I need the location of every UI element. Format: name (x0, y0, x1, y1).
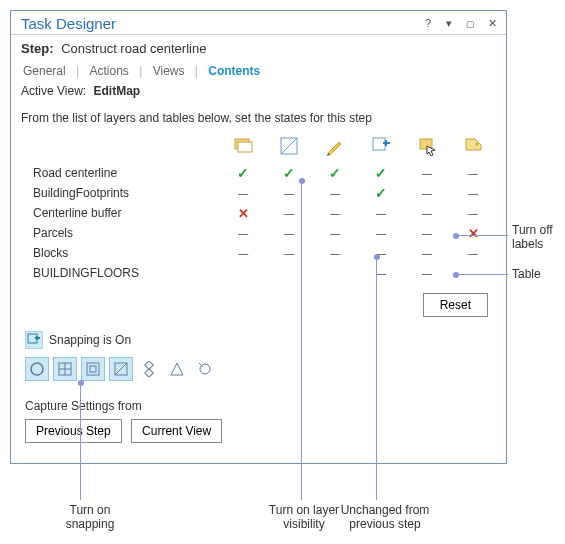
annot-unchanged: Unchanged fromprevious step (335, 503, 435, 532)
state-cell[interactable]: — (312, 183, 358, 203)
autohide-icon[interactable]: ▾ (441, 15, 457, 31)
current-view-button[interactable]: Current View (131, 419, 222, 443)
intersection-snap-icon[interactable] (53, 357, 77, 381)
state-cell[interactable]: ✓ (312, 163, 358, 183)
endpoint-snap-icon[interactable] (81, 357, 105, 381)
state-cell[interactable]: — (358, 203, 404, 223)
state-cell[interactable]: — (312, 243, 358, 263)
state-cell[interactable]: — (404, 183, 450, 203)
state-cell[interactable]: — (358, 263, 404, 283)
callout-dot (374, 254, 380, 260)
layer-name: Centerline buffer (29, 203, 220, 223)
tab-general[interactable]: General (21, 64, 68, 78)
previous-step-button[interactable]: Previous Step (25, 419, 122, 443)
state-cell[interactable]: — (266, 223, 312, 243)
labels-icon (463, 136, 483, 156)
layer-name: BuildingFootprints (29, 183, 220, 203)
state-cell[interactable]: — (450, 203, 496, 223)
grid-header-row (29, 133, 496, 163)
state-cell[interactable]: — (358, 223, 404, 243)
editable-icon (325, 136, 345, 156)
state-cell[interactable]: — (312, 223, 358, 243)
active-view-row: Active View: EditMap (11, 81, 506, 101)
svg-rect-16 (90, 366, 96, 372)
state-cell[interactable]: — (312, 203, 358, 223)
help-icon[interactable]: ? (420, 15, 436, 31)
annot-table: Table (512, 267, 541, 281)
selectable-icon (417, 136, 437, 156)
svg-line-18 (115, 363, 127, 375)
state-cell[interactable] (266, 263, 312, 283)
midpoint-snap-icon[interactable] (165, 357, 189, 381)
state-cell[interactable]: ✓ (266, 163, 312, 183)
edge-snap-icon[interactable] (109, 357, 133, 381)
tabs: General | Actions | Views | Contents (11, 62, 506, 81)
snapping-icon (371, 136, 391, 156)
svg-rect-1 (238, 142, 252, 152)
tab-contents[interactable]: Contents (206, 64, 262, 78)
active-view-label: Active View: (21, 84, 86, 98)
state-cell[interactable]: — (220, 243, 266, 263)
svg-rect-19 (145, 361, 153, 369)
state-cell[interactable]: — (404, 243, 450, 263)
titlebar: Task Designer ? ▾ ▢ ✕ (11, 11, 506, 35)
task-designer-panel: Task Designer ? ▾ ▢ ✕ Step: Construct ro… (10, 10, 507, 464)
step-name: Construct road centerline (61, 41, 206, 56)
annot-turn-off-labels: Turn offlabels (512, 223, 553, 252)
state-cell[interactable]: — (450, 183, 496, 203)
capture-settings-label: Capture Settings from (11, 387, 506, 417)
callout-line (376, 259, 377, 500)
point-snap-icon[interactable] (25, 357, 49, 381)
active-view-value: EditMap (93, 84, 140, 98)
layer-name: Road centerline (29, 163, 220, 183)
list-by-layer-icon (233, 136, 253, 156)
state-cell[interactable]: ✓ (220, 163, 266, 183)
snapping-status-label: Snapping is On (49, 333, 131, 347)
state-cell[interactable]: — (266, 183, 312, 203)
callout-dot (453, 272, 459, 278)
layer-row: BuildingFootprints———✓—— (29, 183, 496, 203)
layer-name: Blocks (29, 243, 220, 263)
callout-dot (299, 178, 305, 184)
layer-row: Centerline buffer✕————— (29, 203, 496, 223)
state-cell[interactable]: — (266, 243, 312, 263)
capture-buttons: Previous Step Current View (11, 417, 506, 451)
step-label: Step: (21, 41, 54, 56)
snapping-toolbar (11, 351, 506, 387)
state-cell[interactable] (312, 263, 358, 283)
reset-button[interactable]: Reset (423, 293, 488, 317)
step-row: Step: Construct road centerline (11, 35, 506, 62)
layer-name: BUILDINGFLOORS (29, 263, 220, 283)
state-cell[interactable]: — (404, 263, 450, 283)
vertex-snap-icon[interactable] (137, 357, 161, 381)
state-cell[interactable]: — (450, 243, 496, 263)
annot-turn-on-snapping: Turn onsnapping (50, 503, 130, 532)
svg-rect-15 (87, 363, 99, 375)
state-cell[interactable]: — (358, 243, 404, 263)
state-cell[interactable]: — (450, 163, 496, 183)
state-cell[interactable]: ✓ (358, 183, 404, 203)
tangent-snap-icon[interactable] (193, 357, 217, 381)
tab-actions[interactable]: Actions (88, 64, 131, 78)
layer-row: Road centerline✓✓✓✓—— (29, 163, 496, 183)
maximize-icon[interactable]: ▢ (463, 16, 479, 32)
close-icon[interactable]: ✕ (484, 15, 500, 31)
state-cell[interactable]: — (404, 163, 450, 183)
callout-line (301, 183, 302, 500)
layer-row: Parcels—————✕ (29, 223, 496, 243)
callout-dot (453, 233, 459, 239)
tab-views[interactable]: Views (151, 64, 187, 78)
svg-point-11 (31, 363, 43, 375)
state-cell[interactable]: — (220, 183, 266, 203)
state-cell[interactable]: ✕ (220, 203, 266, 223)
layer-row: Blocks—————— (29, 243, 496, 263)
state-cell[interactable]: — (404, 203, 450, 223)
state-cell[interactable]: — (404, 223, 450, 243)
layer-row: BUILDINGFLOORS—— (29, 263, 496, 283)
layer-state-grid: Road centerline✓✓✓✓——BuildingFootprints—… (29, 133, 496, 283)
state-cell[interactable]: — (266, 203, 312, 223)
state-cell[interactable] (220, 263, 266, 283)
state-cell[interactable]: — (220, 223, 266, 243)
callout-line (80, 385, 81, 500)
state-cell[interactable]: ✓ (358, 163, 404, 183)
